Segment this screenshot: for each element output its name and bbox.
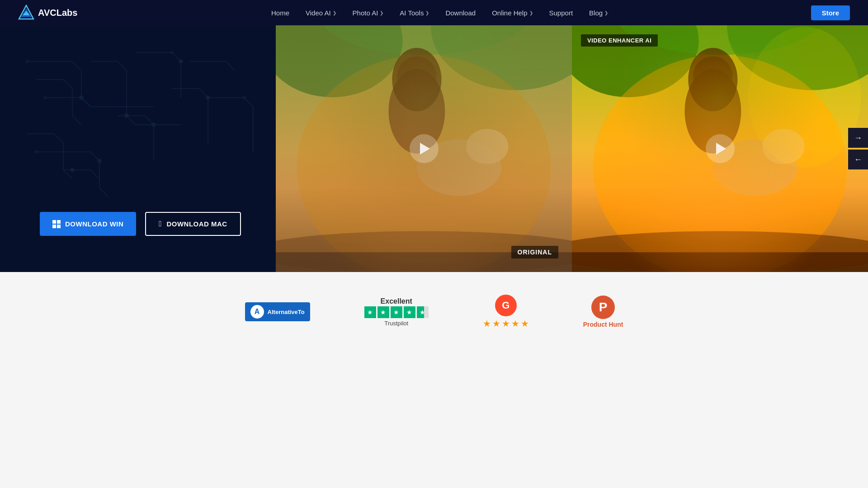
prev-arrow-button[interactable]: ← <box>848 150 868 169</box>
nav-blog[interactable]: Blog ❯ <box>581 0 616 25</box>
svg-point-8 <box>206 96 210 99</box>
brand-logo[interactable]: AVCLabs <box>18 5 77 21</box>
g2-star-3: ★ <box>502 318 510 329</box>
svg-point-6 <box>98 159 101 163</box>
play-button-enhanced[interactable] <box>706 134 735 163</box>
trustpilot-rating: Excellent ★ ★ ★ ★ ★ Trustpilot <box>364 297 429 327</box>
video-comparison-area: ORIGINAL <box>276 25 868 272</box>
alternativeto-rating: A AlternativeTo <box>245 302 310 321</box>
chevron-down-icon: ❯ <box>380 10 383 15</box>
svg-point-14 <box>35 150 38 153</box>
trustpilot-brand-label: Trustpilot <box>384 320 408 327</box>
hero-section: DOWNLOAD WIN  DOWNLOAD MAC <box>0 25 868 272</box>
play-button-original[interactable] <box>410 134 439 163</box>
apple-icon:  <box>159 219 162 229</box>
nav-online-help[interactable]: Online Help ❯ <box>484 0 541 25</box>
windows-icon <box>52 220 61 228</box>
producthunt-rating: P Product Hunt <box>583 296 623 328</box>
trustpilot-star-2: ★ <box>377 306 389 318</box>
video-panel-enhanced: VIDEO ENHANCER AI → ← <box>572 25 868 272</box>
original-label: ORIGINAL <box>511 246 558 258</box>
svg-point-5 <box>71 168 74 172</box>
hero-left-panel: DOWNLOAD WIN  DOWNLOAD MAC <box>0 25 276 272</box>
nav-video-ai[interactable]: Video AI ❯ <box>297 0 344 25</box>
g2-star-1: ★ <box>483 318 491 329</box>
trustpilot-star-half: ★ <box>417 306 429 318</box>
svg-point-12 <box>170 51 173 54</box>
trustpilot-star-3: ★ <box>391 306 402 318</box>
ratings-section: A AlternativeTo Excellent ★ ★ ★ ★ ★ Trus… <box>0 272 868 356</box>
chevron-down-icon: ❯ <box>333 10 336 15</box>
alternativeto-label: AlternativeTo <box>268 309 305 315</box>
trustpilot-star-1: ★ <box>364 306 376 318</box>
chevron-down-icon: ❯ <box>604 10 608 15</box>
g2-logo: G <box>495 295 517 316</box>
svg-point-9 <box>179 60 183 63</box>
g2-star-5: ★ <box>521 318 529 329</box>
navigation-arrows: → ← <box>848 128 868 169</box>
video-panel-original: ORIGINAL <box>276 25 572 272</box>
svg-point-3 <box>80 96 83 99</box>
nav-photo-ai[interactable]: Photo AI ❯ <box>344 0 392 25</box>
chevron-down-icon: ❯ <box>425 10 429 15</box>
producthunt-label: Product Hunt <box>583 321 623 328</box>
nav-support[interactable]: Support <box>541 0 581 25</box>
g2-stars: ★ ★ ★ ★ ★ <box>483 318 529 329</box>
alternativeto-badge: A AlternativeTo <box>245 302 310 321</box>
chevron-down-icon: ❯ <box>529 10 533 15</box>
download-mac-button[interactable]:  DOWNLOAD MAC <box>145 212 241 236</box>
trustpilot-star-4: ★ <box>404 306 415 318</box>
store-button[interactable]: Store <box>811 5 850 20</box>
svg-point-4 <box>125 114 128 117</box>
producthunt-logo: P <box>591 296 615 319</box>
navbar: AVCLabs Home Video AI ❯ Photo AI ❯ AI To… <box>0 0 868 25</box>
svg-point-10 <box>26 60 28 63</box>
download-buttons: DOWNLOAD WIN  DOWNLOAD MAC <box>40 212 276 236</box>
trustpilot-stars: ★ ★ ★ ★ ★ <box>364 306 429 318</box>
brand-name: AVCLabs <box>38 8 77 18</box>
svg-point-13 <box>243 96 245 99</box>
trustpilot-excellent-label: Excellent <box>381 297 412 305</box>
g2-star-2: ★ <box>492 318 500 329</box>
logo-icon <box>18 5 34 21</box>
g2-star-4: ★ <box>511 318 519 329</box>
nav-ai-tools[interactable]: AI Tools ❯ <box>392 0 437 25</box>
next-arrow-button[interactable]: → <box>848 128 868 148</box>
nav-links: Home Video AI ❯ Photo AI ❯ AI Tools ❯ Do… <box>263 0 616 25</box>
nav-download[interactable]: Download <box>437 0 484 25</box>
alternativeto-icon: A <box>250 305 264 319</box>
nav-home[interactable]: Home <box>263 0 297 25</box>
svg-point-7 <box>152 123 156 127</box>
download-win-button[interactable]: DOWNLOAD WIN <box>40 212 136 236</box>
g2-rating: G ★ ★ ★ ★ ★ <box>483 295 529 329</box>
svg-point-11 <box>44 96 47 99</box>
enhanced-label: VIDEO ENHANCER AI <box>581 34 658 47</box>
